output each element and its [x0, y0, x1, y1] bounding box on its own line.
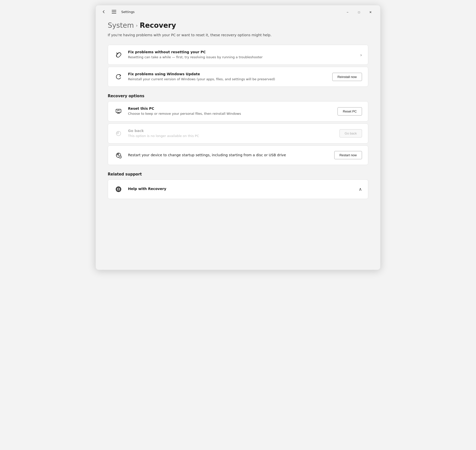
- recovery-options-title: Recovery options: [108, 94, 368, 98]
- restart-content: Restart your device to change startup se…: [128, 153, 329, 158]
- wrench-icon: [114, 50, 123, 59]
- reinstall-action: Reinstall now: [332, 73, 362, 81]
- fix-update-card: Fix problems using Windows Update Reinst…: [108, 67, 368, 87]
- breadcrumb: System › Recovery: [108, 21, 368, 30]
- chevron-right-icon: ›: [360, 52, 362, 58]
- svg-rect-3: [116, 109, 121, 112]
- chevron-up-icon: ∧: [359, 186, 362, 192]
- fix-troubleshoot-title: Fix problems without resetting your PC: [128, 50, 355, 54]
- svg-rect-0: [112, 10, 116, 10]
- restart-now-button[interactable]: Restart now: [334, 151, 362, 159]
- restart-action: Restart now: [334, 151, 362, 159]
- restart-card: Restart your device to change startup se…: [108, 146, 368, 165]
- close-button[interactable]: ✕: [365, 8, 376, 16]
- window-controls: − □ ✕: [342, 8, 376, 16]
- svg-rect-1: [112, 12, 116, 12]
- reset-pc-action: Reset PC: [338, 107, 362, 116]
- fix-update-desc: Reinstall your current version of Window…: [128, 77, 327, 82]
- reset-pc-title: Reset this PC: [128, 106, 332, 110]
- help-recovery-icon: [114, 185, 123, 194]
- go-back-button: Go back: [340, 129, 362, 138]
- refresh-icon: [114, 72, 123, 81]
- go-back-card: Go back This option is no longer availab…: [108, 124, 368, 144]
- breadcrumb-system[interactable]: System: [108, 21, 134, 30]
- breadcrumb-current: Recovery: [140, 21, 176, 30]
- title-bar: Settings − □ ✕: [96, 5, 380, 17]
- go-back-icon: [114, 129, 123, 138]
- page-description: If you're having problems with your PC o…: [108, 32, 368, 38]
- breadcrumb-separator: ›: [136, 23, 138, 28]
- fix-update-content: Fix problems using Windows Update Reinst…: [128, 72, 327, 82]
- minimize-button[interactable]: −: [342, 8, 353, 16]
- reset-pc-button[interactable]: Reset PC: [338, 107, 362, 116]
- fix-troubleshoot-desc: Resetting can take a while — first, try …: [128, 55, 355, 60]
- back-button[interactable]: [100, 8, 108, 15]
- restart-desc: Restart your device to change startup se…: [128, 153, 329, 158]
- go-back-content: Go back This option is no longer availab…: [128, 129, 334, 138]
- settings-window: Settings − □ ✕ System › Recovery If you'…: [96, 5, 380, 270]
- reset-pc-content: Reset this PC Choose to keep or remove y…: [128, 106, 332, 116]
- svg-rect-2: [112, 13, 116, 14]
- go-back-action: Go back: [340, 129, 362, 138]
- pc-reset-icon: [114, 107, 123, 116]
- maximize-button[interactable]: □: [353, 8, 365, 16]
- go-back-desc: This option is no longer available on th…: [128, 134, 334, 138]
- hamburger-button[interactable]: [110, 8, 118, 15]
- reinstall-button[interactable]: Reinstall now: [332, 73, 362, 81]
- nav-icons: [100, 8, 118, 15]
- reset-pc-desc: Choose to keep or remove your personal f…: [128, 112, 332, 116]
- window-title: Settings: [121, 10, 134, 14]
- page-content: System › Recovery If you're having probl…: [96, 17, 380, 211]
- help-recovery-title: Help with Recovery: [128, 187, 166, 191]
- reset-pc-card: Reset this PC Choose to keep or remove y…: [108, 101, 368, 121]
- help-recovery-card[interactable]: Help with Recovery ∧: [108, 180, 368, 199]
- fix-update-title: Fix problems using Windows Update: [128, 72, 327, 76]
- go-back-title: Go back: [128, 129, 334, 133]
- related-support-section: Related support Help with Recovery: [108, 172, 368, 199]
- restart-icon: [114, 151, 123, 160]
- related-support-title: Related support: [108, 172, 368, 176]
- fix-troubleshoot-content: Fix problems without resetting your PC R…: [128, 50, 355, 60]
- fix-troubleshoot-card[interactable]: Fix problems without resetting your PC R…: [108, 45, 368, 65]
